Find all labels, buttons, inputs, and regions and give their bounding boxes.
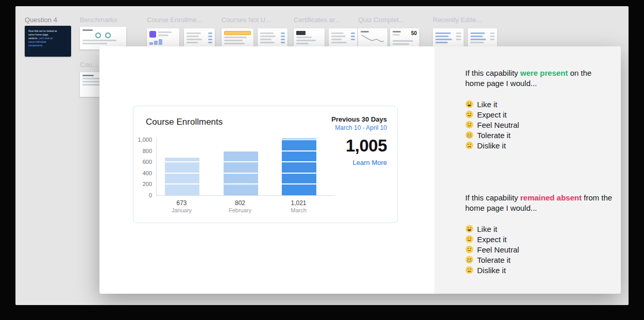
bar-value-label: 802: [219, 199, 261, 207]
section-title-certificates: Certificates ar...: [294, 16, 340, 24]
thumbnail-placeholder: [158, 31, 172, 33]
bar-category-label: March: [278, 207, 319, 213]
bar-category-label: February: [219, 207, 261, 213]
thumbnail-placeholder: [208, 36, 212, 37]
thumbnail-placeholder: [470, 42, 484, 43]
thumbnail-placeholder: [331, 42, 347, 43]
thumbnail-placeholder: [435, 32, 451, 34]
thumbnail-placeholder: [456, 32, 461, 34]
thumbnail-placeholder: [149, 42, 153, 45]
survey-option: Expect it: [465, 234, 519, 244]
section-title-course-enrollments: Course Enrollme...: [147, 16, 202, 24]
gauge-ring-icon: [95, 32, 101, 38]
survey-option: Like it: [465, 224, 519, 234]
bar-january: [165, 158, 199, 195]
smile-face-icon: [465, 110, 473, 119]
survey-option: Tolerate it: [465, 130, 519, 140]
stat-period-range: March 10 - April 10: [331, 124, 387, 132]
thumbnail-placeholder: [208, 39, 212, 40]
learn-more-link[interactable]: Learn More: [331, 159, 387, 167]
neutral-face-icon: [465, 121, 473, 129]
thumbnail-placeholder: [208, 42, 212, 43]
y-axis-tick-label: 400: [133, 170, 152, 177]
survey-panel: If this capability were present on the h…: [434, 46, 621, 294]
survey-options-present: Like itExpect itFeel NeutralTolerate itD…: [465, 99, 519, 150]
thumbnail-placeholder: [393, 43, 409, 45]
thumbnail-placeholder: [187, 39, 202, 40]
survey-option: Feel Neutral: [465, 120, 519, 130]
thumbnail-placeholder: [82, 40, 116, 41]
chart-value-labels: 6738021,021: [156, 199, 334, 207]
chart-gridline: [157, 161, 334, 162]
thumbnail-placeholder: [260, 42, 275, 43]
frown-face-icon: [465, 266, 473, 274]
thumbnail-text-block: Now that we've looked at some home page …: [27, 28, 59, 48]
y-axis-tick-label: 200: [133, 180, 152, 188]
survey-option: Dislike it: [465, 265, 519, 275]
question-detail-modal: Course Enrollments Previous 30 Days Marc…: [99, 46, 621, 294]
survey-option-label: Expect it: [477, 235, 507, 244]
thumbnail-placeholder: [470, 39, 486, 40]
bar-march: [282, 139, 316, 195]
thumbnail-placeholder: [331, 32, 344, 34]
chart-x-labels: JanuaryFebruaryMarch: [156, 207, 334, 214]
thumbnail-placeholder: [260, 39, 272, 40]
thumbnail-placeholder: [187, 36, 199, 37]
thumbnail-placeholder: [393, 34, 400, 36]
survey-option-label: Like it: [477, 100, 497, 109]
thumbnail-placeholder: [224, 40, 243, 41]
y-axis-tick-label: 0: [133, 192, 152, 199]
thumbnail-stat-value: 50: [411, 31, 417, 36]
survey-option: Tolerate it: [465, 255, 519, 265]
section-title-recently-edited: Recently Edite...: [433, 16, 482, 24]
bar-value-label: 673: [161, 199, 202, 207]
grin-face-icon: [465, 225, 473, 233]
thumbnail-placeholder: [490, 39, 495, 40]
y-axis-tick-label: 600: [133, 158, 152, 165]
stat-summary: Previous 30 Days March 10 - April 10 1,0…: [331, 115, 387, 167]
thumbnail-placeholder: [296, 40, 316, 41]
thumbnail-placeholder: [435, 42, 448, 43]
thumbnail-placeholder: [281, 42, 285, 43]
thumbnail-placeholder: [281, 36, 285, 37]
survey-option: Expect it: [465, 109, 519, 120]
section-title-partial: Cou...: [80, 61, 98, 69]
stat-period-label: Previous 30 Days: [331, 115, 387, 124]
thumbnail-placeholder: [470, 32, 485, 34]
thumbnail-placeholder: [490, 36, 495, 37]
thumbnail-placeholder: [351, 36, 355, 37]
chart-gridline: [157, 139, 334, 140]
thumbnail-placeholder: [393, 31, 401, 32]
grin-face-icon: [465, 100, 473, 108]
thumbnail-placeholder: [224, 43, 245, 44]
y-axis-tick-label: 1,000: [133, 136, 152, 143]
thumbnail-placeholder: [456, 39, 461, 40]
frown-face-icon: [465, 141, 473, 149]
alert-banner-placeholder: [224, 31, 251, 35]
thumbnail-placeholder: [351, 32, 355, 34]
thumbnail-placeholder: [296, 43, 309, 44]
thumbnail-placeholder: [82, 43, 107, 44]
survey-question-text: If this capability: [465, 193, 520, 202]
course-enrollments-stat-card: Course Enrollments Previous 30 Days Marc…: [133, 106, 398, 223]
stat-card-title: Course Enrollments: [146, 117, 223, 127]
section-title-quiz-completions: Quiz Complet...: [358, 16, 404, 24]
survey-option-label: Dislike it: [477, 141, 506, 150]
thumbnail-placeholder: [331, 39, 342, 40]
slide-thumbnail-question-4[interactable]: Now that we've looked at some home page …: [25, 26, 71, 57]
thumbnail-placeholder: [470, 36, 483, 37]
thumbnail-placeholder: [208, 32, 212, 34]
survey-option-label: Expect it: [477, 110, 507, 119]
bar-chart-plot: [156, 137, 334, 196]
survey-question-absent: If this capability remained absent from …: [465, 193, 620, 213]
survey-option-label: Feel Neutral: [477, 245, 519, 254]
thumbnail-placeholder: [281, 39, 285, 40]
chart-gridline: [157, 173, 334, 174]
thumbnail-placeholder: [187, 42, 198, 43]
bar-category-label: January: [161, 207, 202, 213]
bar-value-label: 1,021: [278, 199, 319, 207]
thumbnail-placeholder: [281, 32, 285, 34]
thumbnail-placeholder: [82, 29, 93, 31]
thumbnail-placeholder: [260, 32, 274, 34]
thumbnail-placeholder: [351, 39, 355, 40]
